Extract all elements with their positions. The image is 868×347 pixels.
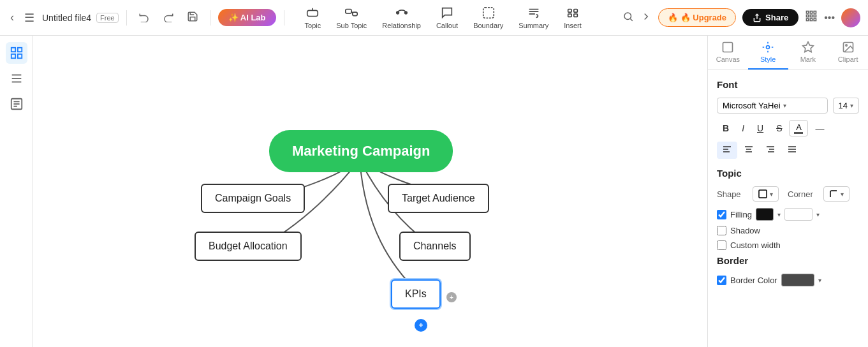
tool-subtopic[interactable]: Sub Topic [328, 3, 374, 32]
central-node[interactable]: Marketing Campaign [269, 130, 453, 172]
add-node-right-button[interactable]: + [446, 292, 457, 302]
font-family-select[interactable]: Microsoft YaHei ▾ [717, 98, 828, 114]
border-color-arrow[interactable]: ▾ [818, 277, 821, 284]
tool-topic[interactable]: Topic [297, 3, 329, 32]
font-size-select[interactable]: 14 ▾ [833, 98, 859, 114]
font-color-button[interactable]: A [789, 120, 808, 137]
svg-point-36 [767, 46, 770, 49]
save-button[interactable] [183, 8, 202, 27]
node-campaign-goals[interactable]: Campaign Goals [201, 184, 305, 213]
strikethrough-button[interactable]: S [770, 120, 788, 137]
search-button[interactable] [622, 11, 634, 25]
custom-width-checkbox[interactable] [717, 240, 726, 250]
font-section-title: Font [717, 79, 859, 90]
right-panel: Canvas Style Mark Clipart Font Micro [707, 36, 868, 347]
more-button[interactable]: ••• [824, 12, 835, 24]
svg-rect-9 [574, 10, 578, 13]
avatar[interactable] [841, 8, 860, 27]
tab-mark[interactable]: Mark [788, 36, 828, 70]
node-target-audience[interactable]: Target Audience [388, 184, 489, 213]
tab-canvas[interactable]: Canvas [708, 36, 748, 70]
bold-button[interactable]: B [717, 120, 735, 137]
tool-relationship-label: Relationship [382, 22, 421, 29]
shadow-checkbox[interactable] [717, 226, 726, 235]
filling-secondary-swatch[interactable] [784, 208, 813, 221]
back-button[interactable]: ‹ [8, 8, 17, 27]
svg-rect-23 [814, 18, 816, 20]
svg-rect-22 [811, 18, 813, 20]
menu-button[interactable]: ☰ [22, 8, 37, 27]
node-channels[interactable]: Channels [399, 232, 471, 261]
tool-insert-label: Insert [564, 22, 582, 29]
align-right-button[interactable] [760, 142, 781, 159]
tool-relationship[interactable]: Relationship [374, 3, 429, 32]
expand-button[interactable] [640, 11, 652, 25]
toolbar-right: 🔥 🔥 Upgrade Share ••• [622, 8, 860, 27]
view-text-button[interactable] [6, 93, 27, 115]
canvas-area[interactable]: Marketing Campaign Campaign Goals Budget… [33, 36, 707, 347]
tool-summary[interactable]: Summary [511, 3, 556, 32]
svg-rect-16 [811, 11, 813, 13]
share-button[interactable]: Share [742, 9, 798, 26]
svg-rect-21 [807, 18, 809, 20]
svg-rect-25 [17, 48, 21, 52]
svg-rect-3 [353, 12, 357, 16]
filling-color-swatch[interactable] [756, 208, 774, 221]
italic-button[interactable]: I [736, 120, 750, 137]
border-color-checkbox[interactable] [717, 276, 726, 285]
node-budget-allocation[interactable]: Budget Allocation [195, 232, 302, 261]
custom-width-label: Custom width [730, 240, 781, 250]
align-left-button[interactable] [717, 142, 737, 159]
align-justify-button[interactable] [782, 142, 802, 159]
view-grid-button[interactable] [6, 42, 27, 64]
svg-rect-0 [307, 10, 318, 16]
tool-subtopic-label: Sub Topic [336, 22, 367, 29]
filling-checkbox[interactable] [717, 210, 726, 219]
svg-rect-15 [807, 11, 809, 13]
apps-button[interactable] [805, 10, 818, 26]
tool-callout[interactable]: Callout [429, 3, 466, 32]
shadow-row: Shadow [717, 226, 859, 235]
mind-map-connectors [33, 36, 707, 347]
corner-select[interactable]: ▾ [823, 186, 850, 202]
svg-rect-24 [11, 48, 15, 52]
align-center-button[interactable] [739, 142, 759, 159]
underline-button[interactable]: U [751, 120, 769, 137]
corner-label: Corner [788, 189, 818, 199]
border-color-swatch[interactable] [781, 274, 814, 286]
tool-insert[interactable]: Insert [556, 3, 589, 32]
add-node-button[interactable]: + [415, 319, 427, 332]
svg-point-5 [396, 11, 399, 14]
tool-boundary[interactable]: Boundary [466, 3, 511, 32]
main-area: Marketing Campaign Campaign Goals Budget… [0, 36, 868, 347]
svg-point-6 [404, 11, 407, 14]
filling-color-arrow[interactable]: ▾ [777, 211, 781, 218]
svg-rect-17 [814, 11, 816, 13]
shape-select[interactable]: ▾ [753, 186, 779, 202]
shape-corner-row: Shape ▾ Corner ▾ [717, 186, 859, 202]
divider-1 [126, 10, 127, 26]
node-kpis[interactable]: KPIs [391, 279, 441, 309]
filling-row: Filling ▾ ▾ [717, 208, 859, 221]
undo-button[interactable] [135, 8, 154, 27]
svg-rect-7 [483, 8, 494, 18]
view-list-button[interactable] [6, 68, 27, 89]
upgrade-button[interactable]: 🔥 🔥 Upgrade [658, 8, 736, 27]
filling-secondary-arrow[interactable]: ▾ [816, 211, 820, 218]
border-color-row: Border Color ▾ [717, 274, 859, 286]
svg-line-13 [631, 18, 633, 20]
svg-rect-2 [346, 10, 351, 13]
redo-button[interactable] [159, 8, 178, 27]
topic-section-title: Topic [717, 168, 859, 179]
app-title: Untitled file4 [42, 13, 91, 23]
shape-label: Shape [717, 189, 747, 199]
dash-button[interactable]: — [809, 120, 830, 137]
format-row-1: B I U S A — [717, 120, 859, 137]
topic-section: Topic Shape ▾ Corner ▾ [717, 168, 859, 250]
divider-3 [284, 10, 284, 26]
ai-lab-button[interactable]: ✨ AI Lab [218, 9, 276, 26]
tab-clipart[interactable]: Clipart [828, 36, 868, 70]
tab-style[interactable]: Style [748, 36, 788, 70]
border-color-label: Border Color [730, 276, 777, 285]
svg-rect-10 [568, 14, 572, 17]
